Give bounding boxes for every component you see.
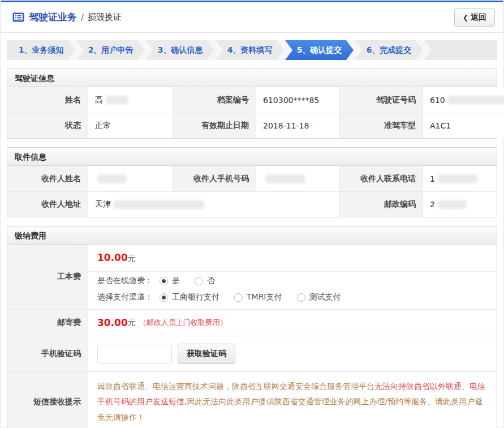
online-pay-question: 是否在线缴费： xyxy=(97,276,153,286)
status-value: 正常 xyxy=(88,113,173,138)
postage-fee-amount: 30.00 xyxy=(97,317,128,328)
production-fee-unit: 元 xyxy=(128,254,136,263)
valid-until-label: 有效期止日期 xyxy=(173,113,256,138)
online-pay-radio-group: 是否在线缴费： 是 否 xyxy=(88,272,497,288)
recipient-mobile-value xyxy=(256,166,339,191)
redacted-blur xyxy=(438,200,466,209)
pay-channel-radio-group: 选择支付渠道： 工商银行支付 TMRI支付 测试支付 xyxy=(88,288,497,309)
radio-option-no-label: 否 xyxy=(207,276,215,286)
pickup-info-section: 取件信息 收件人姓名 收件人手机号码 收件人联系电话 1 收件人地址 天津 邮政… xyxy=(7,147,497,217)
radio-option-icbc-label: 工商银行支付 xyxy=(172,292,219,302)
recipient-address-label: 收件人地址 xyxy=(7,191,88,217)
radio-option-tmri[interactable]: TMRI支付 xyxy=(234,292,282,302)
file-no-value: 610300****85 xyxy=(256,87,339,113)
vehicle-class-value: A1C1 xyxy=(423,113,504,138)
radio-option-icbc[interactable]: 工商银行支付 xyxy=(160,292,219,302)
radio-option-test-label: 测试支付 xyxy=(309,292,341,302)
recipient-phone-value: 1 xyxy=(423,166,497,191)
get-captcha-button[interactable]: 获取验证码 xyxy=(178,344,235,364)
status-label: 状态 xyxy=(7,113,88,138)
radio-option-test[interactable]: 测试支付 xyxy=(297,292,341,302)
step-4-fill-materials[interactable]: 4、资料填写 xyxy=(216,40,284,60)
radio-checked-icon[interactable] xyxy=(160,293,168,302)
step-progress-bar: 1、业务须知 2、用户申告 3、确认信息 4、资料填写 5、确认提交 6、完成提… xyxy=(7,40,497,60)
pickup-info-title: 取件信息 xyxy=(7,148,497,166)
app-window: 驾驶证业务 / 损毁换证 ❮返回 1、业务须知 2、用户申告 3、确认信息 4、… xyxy=(1,1,503,427)
postage-fee-unit: 元 xyxy=(128,318,136,328)
redacted-blur xyxy=(438,174,477,183)
recipient-phone-label: 收件人联系电话 xyxy=(339,166,423,191)
notice-part-1: 因陕西省联通、电信运营商技术问题，陕西省互联网交通安全综合服务管理平台 xyxy=(97,382,374,391)
title-bar: 驾驶证业务 / 损毁换证 ❮返回 xyxy=(1,2,503,33)
postage-fee-cell: 30.00元（邮政人员上门收取费用） xyxy=(88,309,497,336)
license-no-label: 驾驶证号码 xyxy=(339,87,423,113)
redacted-blur xyxy=(266,174,305,183)
page-title: 驾驶证业务 xyxy=(29,11,77,24)
radio-option-no[interactable]: 否 xyxy=(195,276,215,286)
license-info-section: 驾驶证信息 姓名 高 档案编号 610300****85 驾驶证号码 610 状… xyxy=(7,69,497,139)
license-info-title: 驾驶证信息 xyxy=(7,69,497,87)
captcha-label: 手机验证码 xyxy=(7,336,88,371)
step-2-user-declaration[interactable]: 2、用户申告 xyxy=(76,40,145,60)
file-no-label: 档案编号 xyxy=(173,87,256,113)
payment-section: 缴纳费用 工本费 10.00元 是否在线缴费： 是 否 选择支付渠道： 工商银行… xyxy=(7,226,497,428)
production-fee-cell: 10.00元 是否在线缴费： 是 否 选择支付渠道： 工商银行支付 TMRI支付… xyxy=(88,245,497,309)
radio-unchecked-icon[interactable] xyxy=(297,293,305,302)
payment-title: 缴纳费用 xyxy=(7,226,497,245)
postage-fee-note: （邮政人员上门收取费用） xyxy=(139,318,227,328)
pickup-info-table: 收件人姓名 收件人手机号码 收件人联系电话 1 收件人地址 天津 邮政编码 2 xyxy=(7,166,497,217)
redacted-blur xyxy=(114,200,204,209)
breadcrumb-current: 损毁换证 xyxy=(88,12,122,23)
production-fee-label: 工本费 xyxy=(7,245,88,309)
license-no-value: 610 xyxy=(423,87,504,113)
step-bar-filler xyxy=(424,40,497,60)
valid-until-value: 2018-11-18 xyxy=(256,113,339,138)
pay-channel-question: 选择支付渠道： xyxy=(97,292,153,302)
back-button-label: 返回 xyxy=(471,12,486,22)
redacted-blur xyxy=(98,174,126,183)
step-1-business-notice[interactable]: 1、业务须知 xyxy=(7,40,75,60)
step-6-complete-submit[interactable]: 6、完成提交 xyxy=(355,40,423,60)
redacted-blur xyxy=(448,96,504,104)
captcha-cell: 获取验证码 xyxy=(88,336,497,371)
chevron-left-icon: ❮ xyxy=(463,14,468,22)
name-value: 高 xyxy=(88,87,173,113)
postal-code-value: 2 xyxy=(423,191,497,217)
recipient-mobile-label: 收件人手机号码 xyxy=(173,166,256,191)
breadcrumb-separator: / xyxy=(81,12,84,23)
form-list-icon xyxy=(12,12,24,22)
back-button[interactable]: ❮返回 xyxy=(454,8,495,27)
radio-option-yes-label: 是 xyxy=(172,276,180,286)
radio-checked-icon[interactable] xyxy=(160,277,168,285)
postage-fee-label: 邮寄费 xyxy=(7,309,88,336)
redacted-blur xyxy=(106,96,128,104)
production-fee-amount-line: 10.00元 xyxy=(88,245,497,272)
license-info-table: 姓名 高 档案编号 610300****85 驾驶证号码 610 状态 正常 有… xyxy=(7,87,497,138)
production-fee-amount: 10.00 xyxy=(97,252,128,263)
radio-option-yes[interactable]: 是 xyxy=(160,276,180,286)
name-label: 姓名 xyxy=(7,87,88,113)
recipient-address-value: 天津 xyxy=(88,191,339,217)
recipient-name-label: 收件人姓名 xyxy=(7,166,88,191)
captcha-input[interactable] xyxy=(97,345,172,363)
sms-notice-label: 短信接收提示 xyxy=(7,371,88,428)
step-3-confirm-info[interactable]: 3、确认信息 xyxy=(146,40,214,60)
sms-notice-text: 因陕西省联通、电信运营商技术问题，陕西省互联网交通安全综合服务管理平台无法向持陕… xyxy=(88,371,497,428)
radio-unchecked-icon[interactable] xyxy=(195,277,203,285)
vehicle-class-label: 准驾车型 xyxy=(339,113,423,138)
step-5-confirm-submit-active[interactable]: 5、确认提交 xyxy=(285,40,354,60)
main-content: 驾驶证信息 姓名 高 档案编号 610300****85 驾驶证号码 610 状… xyxy=(1,60,503,428)
recipient-name-value xyxy=(88,166,173,191)
radio-option-tmri-label: TMRI支付 xyxy=(247,292,282,302)
payment-table: 工本费 10.00元 是否在线缴费： 是 否 选择支付渠道： 工商银行支付 TM… xyxy=(7,245,497,428)
radio-unchecked-icon[interactable] xyxy=(234,293,243,302)
postal-code-label: 邮政编码 xyxy=(339,191,423,217)
